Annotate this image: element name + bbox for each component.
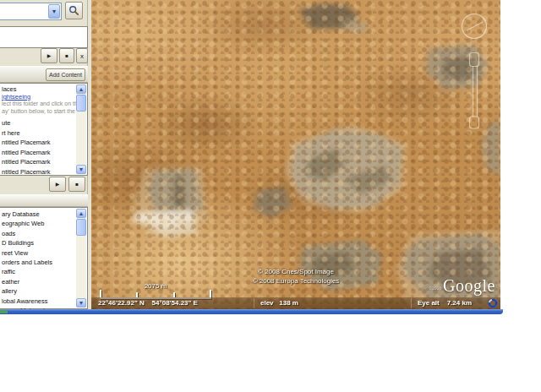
list-item-my-places[interactable]: laces bbox=[2, 85, 76, 93]
list-item-route[interactable]: ute bbox=[2, 118, 76, 128]
eye-alt-value: 7.24 km bbox=[447, 299, 472, 307]
places-panel: laces ightseeing lect this folder and cl… bbox=[0, 83, 88, 176]
search-input[interactable]: ▾ bbox=[0, 3, 62, 20]
play-button[interactable]: ▶ bbox=[41, 48, 57, 63]
layer-item-traffic[interactable]: raffic bbox=[2, 267, 76, 276]
layers-items: ary Database eographic Web oads D Buildi… bbox=[2, 210, 76, 315]
status-divider bbox=[254, 298, 254, 308]
layer-item-3d-buildings[interactable]: D Buildings bbox=[2, 238, 76, 248]
sightseeing-description-line2: ay' button below, to start the bbox=[2, 108, 76, 116]
window-border-bottom[interactable] bbox=[0, 309, 503, 314]
sidebar: ▾ ▶ ■ x Add Content bbox=[0, 0, 91, 309]
list-item-placemark[interactable]: ntitled Placemark bbox=[2, 138, 76, 148]
places-playback-controls: ▶ ■ bbox=[0, 177, 88, 193]
coordinates-readout: 22°46'22.92" N 54°08'54.23" E bbox=[98, 299, 198, 307]
status-divider bbox=[411, 298, 412, 308]
scale-label: 2075 m bbox=[100, 282, 211, 290]
eye-alt-label: Eye alt bbox=[418, 299, 440, 307]
elev-label: elev bbox=[260, 299, 274, 307]
layers-scrollbar[interactable]: ▲ ▼ bbox=[76, 209, 86, 308]
places-items: laces ightseeing lect this folder and cl… bbox=[2, 85, 76, 176]
scale-tick bbox=[100, 290, 101, 297]
search-playback-controls: ▶ ■ x bbox=[0, 48, 88, 64]
elevation-readout: elev 138 m bbox=[260, 299, 298, 307]
google-logo: Google bbox=[443, 277, 495, 294]
magnifier-icon bbox=[68, 5, 79, 16]
layers-header-bar bbox=[0, 194, 88, 207]
layers-scrollbar-thumb[interactable] bbox=[76, 219, 86, 236]
layer-item-geographic-web[interactable]: eographic Web bbox=[2, 219, 76, 228]
layer-item-roads[interactable]: oads bbox=[2, 229, 76, 238]
add-content-button[interactable]: Add Content bbox=[46, 68, 85, 81]
search-results-box[interactable] bbox=[0, 26, 88, 48]
places-header-bar: Add Content bbox=[0, 66, 88, 83]
search-panel: ▾ bbox=[0, 2, 88, 22]
stop-button[interactable]: ■ bbox=[59, 48, 74, 63]
list-item-sightseeing[interactable]: ightseeing bbox=[2, 93, 76, 101]
search-button[interactable] bbox=[65, 2, 83, 19]
places-scrollbar-thumb[interactable] bbox=[76, 95, 86, 112]
status-bar: 22°46'22.92" N 54°08'54.23" E elev 138 m… bbox=[91, 297, 500, 309]
imagery-copyright: © 2008 Cnes/Spot Image © 2008 Europa Tec… bbox=[242, 267, 350, 286]
window-corner-fragment bbox=[0, 310, 8, 313]
elev-value: 138 m bbox=[279, 299, 298, 307]
copyright-line-2: © 2008 Europa Technologies bbox=[242, 276, 350, 286]
streaming-progress-icon bbox=[488, 298, 498, 308]
places-scrollbar[interactable]: ▲ ▼ bbox=[76, 84, 86, 174]
copyright-line-1: © 2008 Cnes/Spot Image bbox=[242, 267, 350, 276]
scroll-down-icon[interactable]: ▼ bbox=[76, 165, 86, 174]
list-item-placemark[interactable]: ntitled Placemark bbox=[2, 148, 76, 158]
layer-item-global-awareness[interactable]: lobal Awareness bbox=[2, 297, 76, 306]
latitude-value: 22°46'22.92" N bbox=[98, 299, 145, 307]
layer-item-gallery[interactable]: allery bbox=[2, 286, 76, 296]
sidebar-panels: ▾ ▶ ■ x Add Content bbox=[0, 0, 88, 309]
close-icon[interactable]: x bbox=[76, 48, 88, 63]
chevron-down-icon[interactable]: ▾ bbox=[48, 4, 60, 19]
google-branding: ©2008 Google bbox=[429, 277, 495, 294]
sightseeing-description-line1: lect this folder and click on the bbox=[2, 101, 76, 108]
play-tour-button[interactable]: ▶ bbox=[49, 177, 66, 192]
scroll-up-icon[interactable]: ▲ bbox=[76, 209, 86, 218]
navigation-controls bbox=[91, 0, 500, 309]
google-earth-screenshot: ▾ ▶ ■ x Add Content bbox=[0, 0, 541, 392]
list-item-placemark[interactable]: ntitled Placemark bbox=[2, 157, 76, 167]
layer-item-borders-labels[interactable]: orders and Labels bbox=[2, 258, 76, 267]
scroll-down-icon[interactable]: ▼ bbox=[76, 298, 86, 308]
google-copyright-small: ©2008 bbox=[429, 286, 441, 291]
scale-tick bbox=[210, 290, 211, 297]
layer-item-street-view[interactable]: reet View bbox=[2, 248, 76, 258]
layer-item-weather[interactable]: eather bbox=[2, 277, 76, 286]
scroll-up-icon[interactable]: ▲ bbox=[76, 84, 86, 94]
stop-tour-button[interactable]: ■ bbox=[68, 177, 85, 192]
list-item-start-here[interactable]: rt here bbox=[2, 128, 76, 139]
layers-panel: ary Database eographic Web oads D Buildi… bbox=[0, 207, 88, 309]
eye-altitude-readout: Eye alt 7.24 km bbox=[418, 299, 472, 307]
longitude-value: 54°08'54.23" E bbox=[152, 299, 198, 307]
zoom-slider-bottom[interactable] bbox=[470, 117, 479, 128]
app-window: ▾ ▶ ■ x Add Content bbox=[0, 0, 503, 314]
layer-item-primary-database[interactable]: ary Database bbox=[2, 210, 76, 219]
map-viewport[interactable]: © 2008 Cnes/Spot Image © 2008 Europa Tec… bbox=[91, 0, 500, 309]
list-item-placemark[interactable]: ntitled Placemark bbox=[2, 167, 76, 177]
scale-legend: 2075 m bbox=[100, 282, 211, 299]
zoom-slider-top[interactable] bbox=[470, 53, 479, 67]
